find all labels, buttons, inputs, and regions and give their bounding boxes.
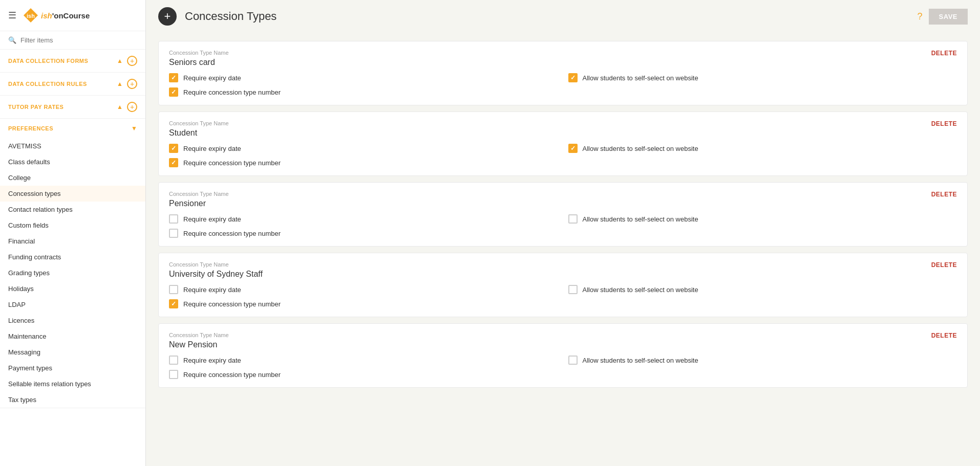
require-expiry-checkbox-5[interactable] — [169, 356, 178, 365]
section-add-icon-2[interactable]: + — [127, 79, 137, 89]
chevron-up-icon-2: ▲ — [117, 80, 123, 87]
card-name-1: Seniors card — [169, 58, 229, 67]
section-data-collection-forms-header[interactable]: DATA COLLECTION FORMS ▲ + — [0, 50, 145, 72]
sidebar-item-concession-types[interactable]: Concession types — [0, 186, 145, 202]
sidebar-item-avetmiss[interactable]: AVETMISS — [0, 138, 145, 154]
delete-button-2[interactable]: DELETE — [931, 120, 957, 127]
card-name-2: Student — [169, 128, 229, 138]
require-expiry-row-2: Require expiry date — [169, 144, 558, 153]
allow-self-select-label-4: Allow students to self-select on website — [583, 286, 698, 294]
sidebar-item-contact-relation-types[interactable]: Contact relation types — [0, 202, 145, 217]
section-add-icon[interactable]: + — [127, 56, 137, 66]
require-number-checkbox-1[interactable] — [169, 87, 178, 97]
delete-button-4[interactable]: DELETE — [931, 261, 957, 269]
sidebar-item-college[interactable]: College — [0, 170, 145, 186]
add-concession-button[interactable]: + — [158, 7, 177, 26]
chevron-up-icon-3: ▲ — [117, 103, 123, 110]
concession-card-1: Concession Type Name Seniors card DELETE… — [158, 41, 968, 105]
sidebar-item-funding-contracts[interactable]: Funding contracts — [0, 249, 145, 265]
card-label-2: Concession Type Name — [169, 120, 229, 126]
section-tutor-pay-rates: TUTOR PAY RATES ▲ + — [0, 96, 145, 119]
allow-self-select-row-3: Allow students to self-select on website — [568, 214, 957, 224]
require-number-checkbox-5[interactable] — [169, 370, 178, 379]
sidebar-item-financial[interactable]: Financial — [0, 233, 145, 249]
require-expiry-label-1: Require expiry date — [183, 74, 241, 82]
content-area: Concession Type Name Seniors card DELETE… — [146, 33, 980, 466]
allow-self-select-row-2: Allow students to self-select on website — [568, 144, 957, 153]
sidebar-item-grading-types[interactable]: Grading types — [0, 265, 145, 281]
card-body-1: Require expiry date Allow students to se… — [169, 73, 957, 97]
require-number-label-3: Require concession type number — [183, 230, 281, 237]
card-body-3: Require expiry date Allow students to se… — [169, 214, 957, 238]
filter-bar: 🔍 — [0, 31, 145, 50]
sidebar-item-sellable-items-relation-types[interactable]: Sellable items relation types — [0, 376, 145, 392]
sidebar-header: ☰ ish ish'onCourse — [0, 0, 145, 31]
card-name-3: Pensioner — [169, 199, 229, 208]
sidebar-item-messaging[interactable]: Messaging — [0, 344, 145, 360]
card-header-3: Concession Type Name Pensioner DELETE — [169, 191, 957, 208]
section-preferences-header[interactable]: PREFERENCES ▼ — [0, 119, 145, 138]
require-number-label-2: Require concession type number — [183, 159, 281, 167]
section-tutor-pay-rates-header[interactable]: TUTOR PAY RATES ▲ + — [0, 96, 145, 118]
require-expiry-row-1: Require expiry date — [169, 73, 558, 82]
top-bar: + Concession Types ? SAVE — [146, 0, 980, 33]
require-expiry-label-4: Require expiry date — [183, 286, 241, 294]
card-label-3: Concession Type Name — [169, 191, 229, 197]
preferences-nav: AVETMISSClass defaultsCollegeConcession … — [0, 138, 145, 408]
allow-self-select-label-1: Allow students to self-select on website — [583, 74, 698, 82]
hamburger-icon[interactable]: ☰ — [8, 10, 16, 21]
section-add-icon-3[interactable]: + — [127, 102, 137, 112]
require-expiry-checkbox-4[interactable] — [169, 285, 178, 294]
sidebar-item-tax-types[interactable]: Tax types — [0, 392, 145, 408]
concession-card-4: Concession Type Name University of Sydne… — [158, 253, 968, 317]
require-expiry-row-3: Require expiry date — [169, 214, 558, 224]
sidebar-item-class-defaults[interactable]: Class defaults — [0, 154, 145, 170]
delete-button-5[interactable]: DELETE — [931, 332, 957, 339]
sidebar-item-payment-types[interactable]: Payment types — [0, 360, 145, 376]
main-content: + Concession Types ? SAVE Concession Typ… — [146, 0, 980, 466]
card-header-1: Concession Type Name Seniors card DELETE — [169, 50, 957, 67]
delete-button-3[interactable]: DELETE — [931, 191, 957, 198]
sidebar-item-holidays[interactable]: Holidays — [0, 281, 145, 297]
allow-self-select-checkbox-2[interactable] — [568, 144, 578, 153]
require-expiry-checkbox-3[interactable] — [169, 214, 178, 224]
sidebar-item-licences[interactable]: Licences — [0, 313, 145, 328]
require-number-checkbox-3[interactable] — [169, 229, 178, 238]
allow-self-select-label-3: Allow students to self-select on website — [583, 215, 698, 223]
require-expiry-checkbox-2[interactable] — [169, 144, 178, 153]
require-number-label-1: Require concession type number — [183, 88, 281, 96]
section-data-collection-rules-header[interactable]: DATA COLLECTION RULES ▲ + — [0, 73, 145, 95]
section-data-collection-forms-title: DATA COLLECTION FORMS — [8, 58, 88, 64]
card-label-5: Concession Type Name — [169, 332, 229, 338]
allow-self-select-checkbox-4[interactable] — [568, 285, 578, 294]
require-expiry-label-2: Require expiry date — [183, 145, 241, 152]
concession-card-5: Concession Type Name New Pension DELETE … — [158, 323, 968, 388]
delete-button-1[interactable]: DELETE — [931, 50, 957, 57]
help-icon[interactable]: ? — [918, 11, 923, 22]
card-label-4: Concession Type Name — [169, 261, 263, 268]
sidebar: ☰ ish ish'onCourse 🔍 DATA COLLECTION FOR… — [0, 0, 146, 466]
sidebar-item-maintenance[interactable]: Maintenance — [0, 328, 145, 344]
sidebar-item-custom-fields[interactable]: Custom fields — [0, 217, 145, 233]
require-expiry-checkbox-1[interactable] — [169, 73, 178, 82]
card-name-4: University of Sydney Staff — [169, 270, 263, 279]
require-expiry-label-5: Require expiry date — [183, 357, 241, 364]
search-icon: 🔍 — [8, 36, 16, 44]
require-expiry-label-3: Require expiry date — [183, 215, 241, 223]
section-data-collection-rules-title: DATA COLLECTION RULES — [8, 81, 87, 87]
sidebar-item-ldap[interactable]: LDAP — [0, 297, 145, 313]
filter-input[interactable] — [20, 36, 137, 44]
require-number-checkbox-2[interactable] — [169, 158, 178, 167]
require-expiry-row-4: Require expiry date — [169, 285, 558, 294]
card-header-2: Concession Type Name Student DELETE — [169, 120, 957, 138]
allow-self-select-checkbox-3[interactable] — [568, 214, 578, 224]
require-number-label-4: Require concession type number — [183, 300, 281, 308]
require-number-checkbox-4[interactable] — [169, 299, 178, 308]
save-button[interactable]: SAVE — [929, 9, 968, 25]
concession-card-3: Concession Type Name Pensioner DELETE Re… — [158, 182, 968, 247]
section-preferences-title: PREFERENCES — [8, 125, 53, 131]
allow-self-select-row-5: Allow students to self-select on website — [568, 356, 957, 365]
section-data-collection-forms: DATA COLLECTION FORMS ▲ + — [0, 50, 145, 73]
allow-self-select-checkbox-1[interactable] — [568, 73, 578, 82]
allow-self-select-checkbox-5[interactable] — [568, 356, 578, 365]
